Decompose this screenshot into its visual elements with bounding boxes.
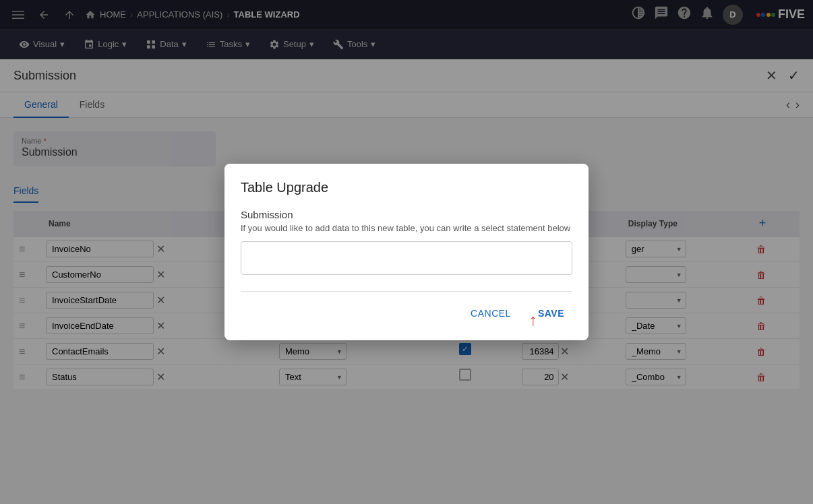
modal-overlay: Table Upgrade Submission If you would li…	[0, 59, 813, 504]
arrow-indicator: ↑	[529, 311, 537, 329]
dialog-description: If you would like to add data to this ne…	[241, 223, 572, 233]
dialog-divider	[241, 291, 572, 292]
dialog-actions: CANCEL SAVE ↑	[241, 303, 572, 324]
dialog-subtitle: Submission	[241, 209, 572, 220]
dialog-title: Table Upgrade	[241, 180, 572, 195]
dialog-textarea[interactable]	[241, 241, 572, 275]
main-content: Submission ✕ ✓ General Fields ‹ › Name *…	[0, 59, 813, 504]
dialog: Table Upgrade Submission If you would li…	[224, 164, 589, 340]
cancel-button[interactable]: CANCEL	[462, 303, 519, 324]
